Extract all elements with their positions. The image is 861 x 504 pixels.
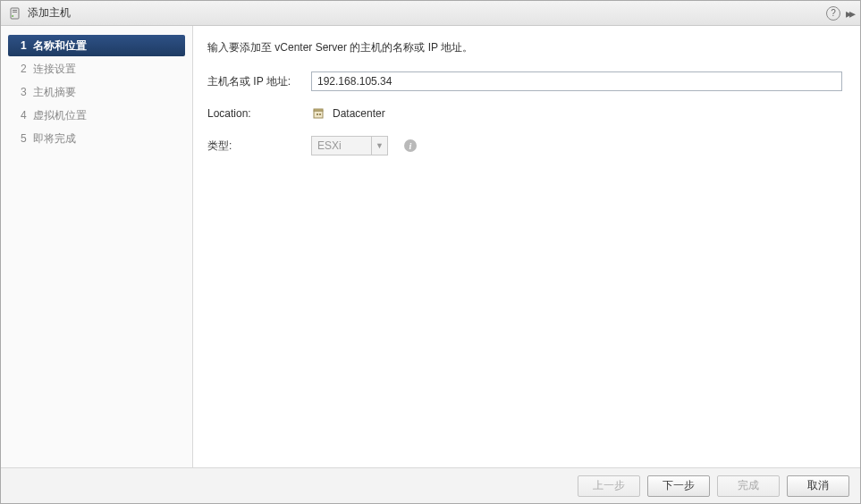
step-label: 主机摘要 [33,85,76,100]
wizard-main: 输入要添加至 vCenter Server 的主机的名称或 IP 地址。 主机名… [193,26,860,467]
hostname-input[interactable] [311,71,842,91]
step-number: 1 [21,39,33,52]
next-button[interactable]: 下一步 [647,475,710,497]
type-select: ESXi ▼ [311,136,388,155]
wizard-footer: 上一步 下一步 完成 取消 [1,467,860,503]
step-number: 5 [21,132,33,145]
back-button[interactable]: 上一步 [578,475,640,497]
step-number: 4 [21,109,33,122]
svg-rect-7 [319,113,321,115]
datacenter-icon [311,106,325,121]
location-field-wrap: Datacenter [311,106,842,121]
step-ready-complete[interactable]: 5 即将完成 [8,128,185,149]
cancel-button[interactable]: 取消 [787,475,849,497]
svg-point-3 [12,15,13,17]
help-icon[interactable]: ? [826,6,840,21]
type-select-value: ESXi [312,139,371,152]
step-label: 连接设置 [33,62,76,77]
finish-button[interactable]: 完成 [717,475,780,497]
info-icon[interactable]: i [404,139,417,152]
titlebar-right: ? ▸▸ [826,6,853,21]
steps-sidebar: 1 名称和位置 2 连接设置 3 主机摘要 4 虚拟机位置 5 即将完成 [1,26,193,467]
svg-rect-0 [11,8,19,19]
host-icon [8,6,22,21]
titlebar-left: 添加主机 [8,5,826,21]
expand-icon[interactable]: ▸▸ [846,6,853,21]
location-label: Location: [207,107,311,120]
svg-rect-1 [13,10,17,11]
step-label: 即将完成 [33,131,76,147]
chevron-down-icon: ▼ [371,137,387,155]
step-name-location[interactable]: 1 名称和位置 [8,35,185,56]
wizard-body: 1 名称和位置 2 连接设置 3 主机摘要 4 虚拟机位置 5 即将完成 输入要… [1,26,860,467]
step-label: 虚拟机位置 [33,108,87,123]
window-title: 添加主机 [28,5,71,21]
location-value: Datacenter [333,107,385,120]
type-label: 类型: [207,139,311,154]
hostname-label: 主机名或 IP 地址: [207,74,311,89]
svg-rect-5 [314,109,323,111]
step-connection-settings[interactable]: 2 连接设置 [8,58,185,80]
step-number: 2 [21,63,33,75]
step-vm-location[interactable]: 4 虚拟机位置 [8,105,185,126]
location-row: Location: Datacenter [207,104,842,123]
titlebar: 添加主机 ? ▸▸ [1,1,860,26]
hostname-row: 主机名或 IP 地址: [207,71,842,91]
add-host-wizard: 添加主机 ? ▸▸ 1 名称和位置 2 连接设置 3 主机摘要 4 虚拟机位置 [0,0,861,504]
svg-rect-2 [13,12,17,13]
step-number: 3 [21,86,33,98]
instruction-text: 输入要添加至 vCenter Server 的主机的名称或 IP 地址。 [207,40,842,55]
svg-rect-6 [317,113,318,115]
type-field-wrap: ESXi ▼ i [311,136,842,155]
hostname-field-wrap [311,71,842,91]
type-row: 类型: ESXi ▼ i [207,136,842,155]
step-label: 名称和位置 [33,38,87,54]
step-host-summary[interactable]: 3 主机摘要 [8,81,185,103]
